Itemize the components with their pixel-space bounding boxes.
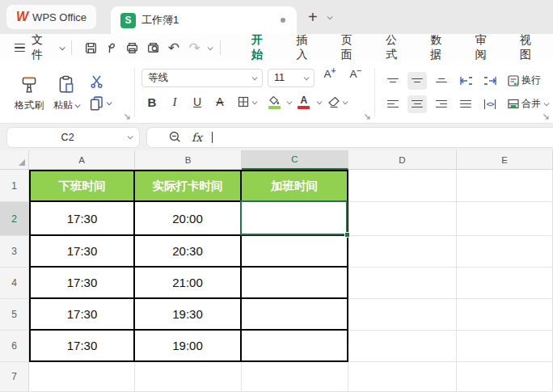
cell-C7[interactable] — [242, 362, 348, 392]
undo-icon[interactable]: ↶ — [163, 38, 184, 57]
column-header-A[interactable]: A — [29, 150, 135, 170]
cell-A2[interactable]: 17:30 — [29, 202, 135, 236]
align-left-button[interactable] — [383, 95, 403, 113]
row-header-3[interactable]: 3 — [0, 236, 29, 268]
cell-A7[interactable] — [29, 362, 135, 392]
column-header-C[interactable]: C — [242, 150, 348, 170]
cell-D1[interactable] — [348, 170, 457, 202]
print-icon[interactable] — [122, 38, 143, 57]
font-name-select[interactable]: 等线 — [141, 69, 263, 87]
column-header-B[interactable]: B — [135, 150, 242, 170]
cell-D2[interactable] — [348, 202, 457, 236]
cell-A3[interactable]: 17:30 — [29, 236, 135, 268]
cell-C1[interactable]: 加班时间 — [242, 170, 348, 202]
cell-C4[interactable] — [242, 268, 348, 299]
new-tab-button[interactable]: + — [308, 9, 318, 25]
cell-D4[interactable] — [348, 268, 457, 299]
cell-D5[interactable] — [348, 299, 457, 331]
align-middle-button[interactable] — [407, 72, 427, 90]
font-size-select[interactable]: 11 — [268, 69, 314, 87]
row-header-1[interactable]: 1 — [0, 170, 29, 202]
export-pdf-icon[interactable] — [101, 38, 122, 57]
wrap-text-button[interactable]: 换行 — [504, 72, 543, 90]
cell-B4[interactable]: 21:00 — [135, 268, 242, 299]
cell-A6[interactable]: 17:30 — [29, 331, 135, 362]
cell-C6[interactable] — [242, 331, 348, 362]
cell-D6[interactable] — [348, 331, 457, 362]
fx-icon[interactable]: fx — [192, 131, 202, 144]
italic-button[interactable]: I — [164, 92, 185, 112]
copy-chevron-icon[interactable] — [106, 99, 112, 105]
zoom-search-icon[interactable] — [168, 130, 182, 144]
print-preview-icon[interactable] — [142, 38, 163, 57]
column-header-D[interactable]: D — [348, 150, 457, 170]
font-dialog-launcher-icon[interactable] — [364, 113, 371, 120]
cell-C3[interactable] — [242, 236, 348, 268]
text-spacing-button[interactable]: <> — [480, 95, 500, 113]
align-top-button[interactable] — [383, 72, 403, 90]
file-menu[interactable]: 文件 — [32, 33, 54, 62]
increase-indent-button[interactable] — [480, 72, 500, 90]
cell-A4[interactable]: 17:30 — [29, 268, 135, 299]
bold-button[interactable]: B — [141, 92, 163, 112]
tab-list-chevron-icon[interactable] — [327, 14, 332, 19]
quickbar-chevron-icon[interactable] — [208, 44, 213, 50]
cell-A1[interactable]: 下班时间 — [29, 170, 135, 202]
name-box[interactable]: C2 — [6, 127, 140, 148]
cell-E4[interactable] — [457, 268, 553, 299]
cell-D3[interactable] — [348, 236, 457, 268]
decrease-indent-button[interactable] — [456, 72, 475, 90]
save-icon[interactable] — [80, 38, 101, 57]
paste-button[interactable]: 粘贴 — [49, 61, 84, 123]
increase-font-size-button[interactable]: A+ — [319, 68, 340, 87]
align-center-button[interactable] — [407, 95, 427, 113]
cell-E7[interactable] — [457, 362, 553, 392]
align-bottom-button[interactable] — [432, 72, 451, 90]
cell-C5[interactable] — [242, 299, 348, 331]
strikethrough-button[interactable]: A — [209, 92, 230, 112]
clipboard-dialog-launcher-icon[interactable] — [124, 113, 131, 120]
row-header-5[interactable]: 5 — [0, 299, 29, 331]
cut-button[interactable] — [89, 74, 111, 89]
redo-icon[interactable]: ↷ — [184, 38, 205, 57]
align-right-button[interactable] — [432, 95, 451, 113]
cell-B6[interactable]: 19:00 — [135, 331, 242, 362]
underline-button[interactable]: U — [187, 92, 208, 112]
cell-E1[interactable] — [457, 170, 553, 202]
cell-B2[interactable]: 20:00 — [135, 202, 242, 236]
cell-B7[interactable] — [135, 362, 242, 392]
wps-home-button[interactable]: W WPS Office — [6, 5, 96, 29]
hamburger-icon[interactable] — [15, 44, 25, 52]
file-menu-chevron-icon[interactable] — [59, 44, 65, 50]
fill-color-chevron-icon[interactable] — [287, 99, 293, 104]
cell-E6[interactable] — [457, 331, 553, 362]
borders-button[interactable] — [232, 92, 261, 112]
alignment-dialog-launcher-icon[interactable] — [542, 113, 550, 120]
clear-format-button[interactable] — [323, 92, 352, 112]
cell-D7[interactable] — [348, 362, 457, 392]
font-color-button[interactable]: A — [293, 92, 315, 112]
cell-B5[interactable]: 19:30 — [135, 299, 242, 331]
cell-B3[interactable]: 20:30 — [135, 236, 242, 268]
cell-A5[interactable]: 17:30 — [29, 299, 135, 331]
formula-input[interactable]: fx — [146, 127, 553, 148]
row-header-6[interactable]: 6 — [0, 331, 29, 362]
format-painter-button[interactable]: 格式刷 — [10, 61, 49, 123]
row-header-2[interactable]: 2 — [0, 202, 29, 236]
row-header-7[interactable]: 7 — [0, 362, 29, 392]
font-color-chevron-icon[interactable] — [316, 99, 322, 104]
fill-color-button[interactable] — [263, 92, 285, 112]
cell-C2-selected[interactable] — [242, 202, 348, 236]
cell-B1[interactable]: 实际打卡时间 — [135, 170, 242, 202]
decrease-font-size-button[interactable]: A− — [345, 68, 366, 87]
column-header-E[interactable]: E — [457, 150, 553, 170]
select-all-corner[interactable] — [0, 150, 29, 170]
row-header-4[interactable]: 4 — [0, 268, 29, 299]
justify-button[interactable] — [456, 95, 475, 113]
cell-E5[interactable] — [457, 299, 553, 331]
paste-chevron-icon[interactable] — [75, 102, 81, 107]
fill-handle[interactable] — [344, 232, 350, 238]
cell-E2[interactable] — [457, 202, 553, 236]
cell-E3[interactable] — [457, 236, 553, 268]
copy-button[interactable] — [89, 95, 111, 111]
